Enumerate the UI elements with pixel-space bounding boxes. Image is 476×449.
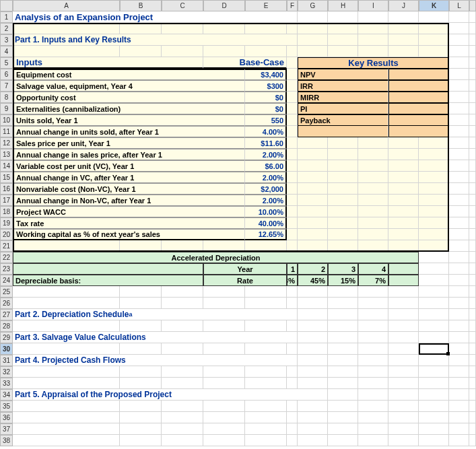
cell[interactable] <box>388 263 419 275</box>
cell[interactable] <box>358 11 388 23</box>
cell[interactable] <box>388 401 419 412</box>
cell[interactable] <box>162 240 203 252</box>
row-header[interactable]: 24 <box>0 275 13 286</box>
cell[interactable] <box>469 343 476 355</box>
cell[interactable] <box>287 435 298 446</box>
key-result-label[interactable]: IRR <box>298 80 388 92</box>
cell[interactable] <box>13 298 120 309</box>
column-header[interactable]: G <box>298 0 328 11</box>
cell[interactable] <box>287 298 298 309</box>
cell[interactable] <box>298 126 388 137</box>
column-header[interactable]: H <box>328 0 358 11</box>
cell[interactable] <box>419 332 449 343</box>
cell[interactable] <box>449 275 469 286</box>
cell[interactable] <box>449 229 469 240</box>
rate-value[interactable]: 45% <box>298 275 328 286</box>
cell[interactable] <box>328 172 358 183</box>
cell[interactable] <box>203 298 245 309</box>
row-header[interactable]: 33 <box>0 378 13 389</box>
input-value[interactable]: $6.00 <box>245 160 287 172</box>
cell[interactable] <box>388 240 419 252</box>
input-label[interactable]: Nonvariable cost (Non-VC), Year 1 <box>13 183 245 195</box>
cell[interactable] <box>388 217 419 229</box>
cell[interactable] <box>469 69 476 80</box>
cell[interactable] <box>13 286 120 298</box>
cell[interactable] <box>469 240 476 252</box>
cell[interactable] <box>469 217 476 229</box>
cell[interactable] <box>162 286 203 298</box>
cell[interactable] <box>388 275 419 286</box>
cell[interactable] <box>469 23 476 34</box>
cell[interactable] <box>449 149 469 160</box>
cell[interactable] <box>328 320 358 332</box>
row-header[interactable]: 26 <box>0 298 13 309</box>
cell[interactable] <box>358 378 388 389</box>
row-header[interactable]: 16 <box>0 183 13 195</box>
row-header[interactable]: 7 <box>0 80 13 92</box>
cell[interactable] <box>298 149 328 160</box>
cell[interactable] <box>358 423 388 435</box>
cell[interactable] <box>162 46 203 57</box>
cell[interactable] <box>13 23 120 34</box>
cell[interactable] <box>469 80 476 92</box>
cell[interactable] <box>358 366 388 378</box>
input-label[interactable]: Salvage value, equipment, Year 4 <box>13 80 245 92</box>
cell[interactable] <box>13 46 120 57</box>
section-part3[interactable]: Part 3. Salvage Value Calculations <box>13 332 298 343</box>
cell[interactable] <box>298 229 328 240</box>
cell[interactable] <box>388 378 419 389</box>
cell[interactable] <box>328 183 358 195</box>
cell[interactable] <box>469 378 476 389</box>
cell[interactable] <box>287 69 298 80</box>
cell[interactable] <box>449 217 469 229</box>
cell[interactable] <box>298 46 328 57</box>
cell[interactable] <box>298 309 328 320</box>
year-col[interactable]: 2 <box>298 263 328 275</box>
row-header[interactable]: 14 <box>0 160 13 172</box>
cell[interactable] <box>469 149 476 160</box>
cell[interactable] <box>469 263 476 275</box>
cell[interactable] <box>298 240 328 252</box>
input-value[interactable]: $2,000 <box>245 183 287 195</box>
cell[interactable] <box>287 103 298 114</box>
year-col[interactable]: 1 <box>287 263 298 275</box>
input-label[interactable]: Annual change in units sold, after Year … <box>13 126 245 137</box>
cell[interactable] <box>358 46 388 57</box>
cell[interactable] <box>469 114 476 126</box>
cell[interactable] <box>203 320 245 332</box>
cell[interactable] <box>245 46 287 57</box>
cell[interactable] <box>328 137 358 149</box>
cell[interactable] <box>13 366 120 378</box>
cell[interactable] <box>449 355 469 366</box>
input-label[interactable]: Annual change in Non-VC, after Year 1 <box>13 195 245 206</box>
cell[interactable] <box>469 92 476 103</box>
dep-basis-label[interactable]: Depreciable basis: <box>13 275 203 286</box>
cell[interactable] <box>388 149 419 160</box>
cell[interactable] <box>419 378 449 389</box>
cell[interactable] <box>287 240 298 252</box>
cell[interactable] <box>245 240 287 252</box>
column-header[interactable]: J <box>388 0 419 11</box>
cell[interactable] <box>328 435 358 446</box>
cell[interactable] <box>449 69 469 80</box>
cell[interactable] <box>203 378 245 389</box>
cell[interactable] <box>298 195 328 206</box>
cell[interactable] <box>287 137 298 149</box>
row-header[interactable]: 10 <box>0 114 13 126</box>
input-label[interactable]: Sales price per unit, Year 1 <box>13 137 245 149</box>
input-value[interactable]: $300 <box>245 80 287 92</box>
cell[interactable] <box>419 435 449 446</box>
cell[interactable] <box>287 172 298 183</box>
cell[interactable] <box>298 34 328 46</box>
row-header[interactable]: 27 <box>0 309 13 320</box>
input-label[interactable]: Annual change in VC, after Year 1 <box>13 172 245 183</box>
cell[interactable] <box>203 286 245 298</box>
cell[interactable] <box>449 195 469 206</box>
cell[interactable] <box>469 309 476 320</box>
cell[interactable] <box>419 11 449 23</box>
cell[interactable] <box>298 378 328 389</box>
cell[interactable] <box>469 298 476 309</box>
cell[interactable] <box>358 355 388 366</box>
rate-value[interactable]: 15% <box>328 275 358 286</box>
cell[interactable] <box>388 332 419 343</box>
